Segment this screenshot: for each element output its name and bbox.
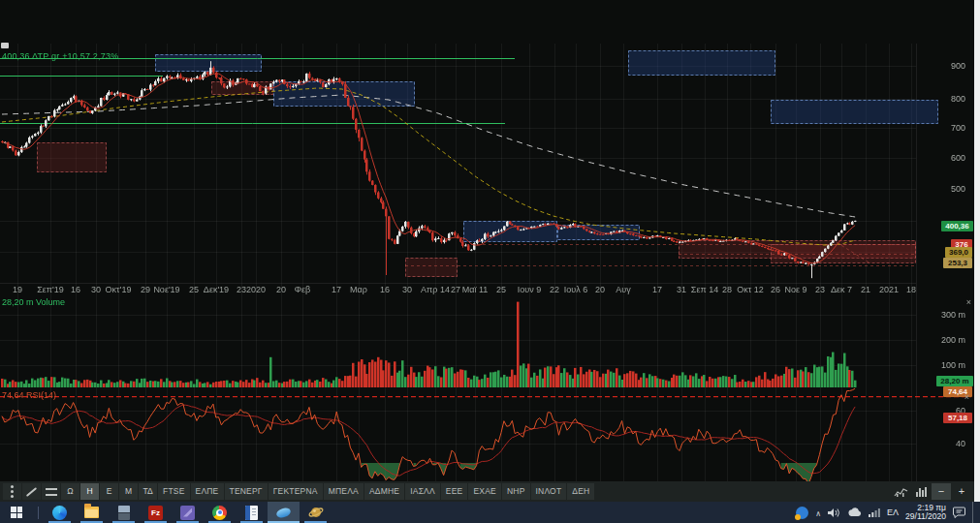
date-label: Ιουν 9 [518,285,541,294]
date-label: 17 [332,285,341,294]
date-label: Ιουλ 6 [564,285,587,294]
ticker-button-ΕΛΠΕ[interactable]: ΕΛΠΕ [191,483,224,500]
ticker-button-ΙΝΛΟΤ[interactable]: ΙΝΛΟΤ [531,483,567,500]
line-chart-style-icon[interactable] [891,483,910,500]
folder-icon [84,507,99,518]
taskbar-app-planet[interactable] [300,502,332,523]
price-axis[interactable]: 900800700600500300 m200 m100 m6040 [917,0,973,502]
axis-tick-label: 40 [956,439,965,448]
date-label: 29 [141,285,150,294]
taskbar-clock[interactable]: 2:19 πμ 29/11/2020 [905,504,946,522]
line-chart-glyph [894,486,908,498]
date-label: 23 [237,285,246,294]
action-center-icon[interactable] [953,507,965,518]
date-label: 25 [496,285,506,294]
timeframe-button-Μ[interactable]: Μ [119,483,138,500]
timeframe-button-Ε[interactable]: Ε [100,483,118,500]
axis-tick-label: 800 [951,94,965,104]
ticker-button-ΝΗΡ[interactable]: ΝΗΡ [502,483,530,500]
ticker-tab-group: FTSEΕΛΠΕΤΕΝΕΡΓΓΕΚΤΕΡΝΑΜΠΕΛΑΑΔΜΗΕΙΑΣΛΛΕΕΕ… [158,483,594,500]
language-indicator[interactable]: ΕΛ [887,508,899,517]
ticker-button-ΕΧΑΕ[interactable]: ΕΧΑΕ [468,483,500,500]
date-label: 21 [861,285,870,294]
indicator-tool-icon[interactable] [42,483,60,500]
window-edge-strip [974,0,980,502]
trading-app-icon [275,506,292,518]
tray-chevron-icon[interactable]: ∧ [815,509,821,518]
taskbar-separator [38,507,39,519]
show-desktop-button[interactable] [972,502,977,523]
chrome-icon [212,506,227,520]
chart-bottom-toolbar: ΩΗΕΜΤΔ FTSEΕΛΠΕΤΕΝΕΡΓΓΕΚΤΕΡΝΑΜΠΕΛΑΑΔΜΗΕΙ… [0,481,974,502]
start-button[interactable] [0,502,33,523]
taskbar-app-document[interactable] [236,502,268,523]
taskbar-app-file-explorer[interactable] [76,502,108,523]
chart-canvas[interactable] [0,44,974,481]
ticker-button-ΤΕΝΕΡΓ[interactable]: ΤΕΝΕΡΓ [225,483,268,500]
date-axis[interactable]: 19Σεπ'191630Οκτ'1929Νοε'1925Δεκ'19232020… [0,285,916,296]
windows-logo-icon [11,507,22,518]
ticker-button-ΜΠΕΛΑ[interactable]: ΜΠΕΛΑ [324,483,364,500]
ticker-button-FTSE[interactable]: FTSE [158,483,190,500]
date-label: Δεκ'19 [204,285,229,294]
more-tools-icon[interactable] [3,483,21,500]
ticker-button-ΙΑΣΛΛ[interactable]: ΙΑΣΛΛ [405,483,440,500]
date-label: 19 [13,285,22,294]
taskbar-app-edge[interactable] [44,502,76,523]
timeframe-button-Ω[interactable]: Ω [61,483,79,500]
date-label: Νοε'19 [153,285,179,294]
date-label: 23 [815,285,825,294]
timeframe-button-Η[interactable]: Η [80,483,99,500]
date-label: 16 [71,285,80,294]
planet-app-icon [308,505,324,520]
date-label: 18 [906,285,916,294]
taskbar-app-system[interactable] [108,502,140,523]
volume-style-icon[interactable] [911,483,931,500]
onedrive-cloud-icon[interactable] [847,508,862,517]
zoom-in-button[interactable]: + [952,483,971,500]
timeframe-button-ΤΔ[interactable]: ΤΔ [139,483,157,500]
date-label: Μαρ [350,285,367,294]
date-label: 28 [722,285,732,294]
date-label: Οκτ 12 [737,285,764,294]
dashes-glyph [46,488,57,496]
symbol-quote-header: 400,36 ΔΤΡ gr +10,57 2,73% [2,51,118,61]
rsi-pane-label: 74,64 RSI(14) [2,390,56,400]
rsi-close-icon[interactable]: × [963,393,971,402]
trendline-tool-icon[interactable] [22,483,41,500]
document-app-icon [245,506,258,520]
ticker-button-ΔΕΗ[interactable]: ΔΕΗ [567,483,594,500]
date-label: 2021 [879,285,899,294]
ticker-button-ΕΕΕ[interactable]: ΕΕΕ [441,483,468,500]
date-label: 27 [451,285,460,294]
chart-corner-icon[interactable] [1,43,9,48]
taskbar-app-purple[interactable] [172,502,204,523]
taskbar-app-trading-active[interactable] [268,502,300,523]
ticker-button-ΑΔΜΗΕ[interactable]: ΑΔΜΗΕ [364,483,404,500]
axis-tick-label: 500 [951,184,965,194]
date-label: 2020 [246,285,266,294]
ticker-button-ΓΕΚΤΕΡΝΑ[interactable]: ΓΕΚΤΕΡΝΑ [269,483,323,500]
date-label: Σεπ 14 [691,285,718,294]
taskbar-app-filezilla[interactable]: Fz [140,502,172,523]
volume-pane-label: 28,20 m Volume [2,297,65,307]
date-label: Νοε 9 [784,285,806,294]
date-label: Αυγ [616,285,630,294]
date-label: Μαϊ 11 [462,285,489,294]
screen: 400,36 ΔΤΡ gr +10,57 2,73% 28,20 m Volum… [0,0,980,523]
system-app-icon [118,506,130,520]
network-icon[interactable] [869,508,880,517]
date-label: Απρ 14 [421,285,450,294]
tray-badge-icon[interactable] [796,507,808,519]
system-tray: ∧ ΕΛ 2:19 πμ 29/11/2020 [796,502,980,523]
axis-tick-label: 60 [956,406,965,415]
zoom-out-button[interactable]: − [932,483,951,500]
volume-icon[interactable] [828,508,840,518]
taskbar: Fz ∧ ΕΛ [0,502,980,523]
taskbar-app-chrome[interactable] [204,502,236,523]
date-label: 31 [677,285,686,294]
date-label: 25 [189,285,199,294]
volume-close-icon[interactable]: × [964,298,973,307]
date-label: Φεβ [295,285,310,294]
line-glyph [26,487,37,497]
